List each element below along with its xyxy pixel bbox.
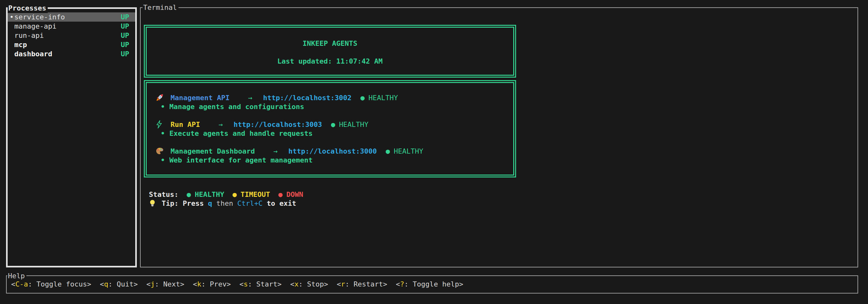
- shortcut-key: j: [151, 280, 155, 288]
- shortcut-label: Restart: [345, 280, 383, 288]
- help-panel-title: Help: [7, 271, 26, 281]
- arrow-icon: →: [248, 94, 252, 102]
- banner-heading: INKEEP AGENTS: [147, 39, 513, 48]
- shortcut-label: Next: [155, 280, 180, 288]
- service-run-api: Run API→http://localhost:3003●HEALTHY •E…: [147, 120, 513, 138]
- process-status-badge: UP: [121, 12, 129, 22]
- tip-key-q: q: [208, 199, 212, 207]
- process-row-mcp[interactable]: mcp UP: [8, 40, 135, 49]
- shortcut-key: k: [197, 280, 201, 288]
- legend-timeout-label: TIMEOUT: [241, 191, 270, 198]
- process-status-badge: UP: [121, 49, 129, 59]
- shortcut-label: Stop: [299, 280, 323, 288]
- process-status-badge: UP: [121, 40, 129, 49]
- process-name: run-api: [14, 31, 121, 40]
- status-legend: Status:●HEALTHY●TIMEOUT●DOWN: [149, 190, 858, 199]
- process-row-run-api[interactable]: run-api UP: [8, 31, 135, 40]
- process-name: mcp: [14, 40, 121, 49]
- arrow-icon: →: [273, 147, 277, 155]
- process-name: manage-api: [14, 22, 121, 31]
- tip-middle: then: [216, 199, 233, 207]
- legend-healthy-label: HEALTHY: [195, 191, 224, 198]
- shortcut-label: Prev: [202, 280, 226, 288]
- service-management-api: Management API→http://localhost:3002●HEA…: [147, 94, 513, 111]
- service-description: Web interface for agent management: [169, 156, 312, 164]
- service-name: Run API: [170, 121, 200, 129]
- service-description: Manage agents and configurations: [169, 103, 304, 111]
- processes-panel-title: Processes: [8, 3, 48, 13]
- shortcut-restart[interactable]: rRestart: [337, 280, 387, 288]
- shortcut-label: Toggle help: [404, 280, 459, 288]
- process-row-manage-api[interactable]: manage-api UP: [8, 22, 135, 31]
- selected-indicator: [9, 40, 14, 49]
- last-updated-text: Last updated: 11:07:42 AM: [147, 57, 513, 66]
- shortcut-next[interactable]: jNext: [146, 280, 184, 288]
- shortcut-key: x: [294, 280, 299, 288]
- status-legend-label: Status:: [149, 191, 179, 198]
- selected-indicator: [9, 31, 14, 40]
- shortcut-toggle-help[interactable]: ?Toggle help: [396, 280, 463, 288]
- tip-suffix: to exit: [267, 199, 296, 207]
- process-status-badge: UP: [121, 31, 129, 40]
- process-row-dashboard[interactable]: dashboard UP: [8, 49, 135, 59]
- terminal-panel: Terminal INKEEP AGENTS Last updated: 11:…: [140, 7, 858, 267]
- arrow-icon: →: [219, 121, 223, 129]
- shortcut-toggle-focus[interactable]: C-aToggle focus: [11, 280, 91, 288]
- services-box: Management API→http://localhost:3002●HEA…: [144, 80, 516, 177]
- service-management-dashboard: Management Dashboard→http://localhost:30…: [147, 147, 513, 165]
- health-status: HEALTHY: [368, 94, 398, 102]
- tip-line: Tip: PressqthenCtrl+Cto exit: [149, 199, 858, 209]
- service-url[interactable]: http://localhost:3003: [234, 121, 322, 129]
- shortcut-quit[interactable]: qQuit: [100, 280, 138, 288]
- shortcut-label: Start: [248, 280, 277, 288]
- timeout-dot-icon: ●: [232, 191, 237, 198]
- process-list: • service-info UP manage-api UP run-api …: [8, 12, 135, 59]
- bullet-icon: •: [161, 129, 165, 137]
- healthy-dot-icon: ●: [187, 191, 191, 198]
- service-description: Execute agents and handle requests: [169, 129, 312, 137]
- service-name: Management Dashboard: [170, 147, 255, 155]
- help-shortcuts: C-aToggle focusqQuitjNextkPrevsStartxSto…: [7, 276, 858, 289]
- service-name: Management API: [170, 94, 229, 102]
- tip-prefix: Tip: Press: [162, 199, 204, 207]
- shortcut-key: q: [104, 280, 108, 288]
- shortcut-start[interactable]: sStart: [239, 280, 281, 288]
- banner-box: INKEEP AGENTS Last updated: 11:07:42 AM: [144, 25, 516, 77]
- help-panel: Help C-aToggle focusqQuitjNextkPrevsStar…: [6, 275, 858, 294]
- legend-timeout: ●TIMEOUT: [232, 191, 270, 198]
- health-dot-icon: ●: [385, 147, 390, 155]
- shortcut-label: Quit: [108, 280, 133, 288]
- selected-indicator: •: [9, 12, 14, 22]
- health-status: HEALTHY: [394, 147, 424, 155]
- process-name: dashboard: [14, 49, 121, 59]
- shortcut-stop[interactable]: xStop: [290, 280, 328, 288]
- shortcut-key: C-a: [15, 280, 28, 288]
- processes-panel: Processes • service-info UP manage-api U…: [6, 7, 137, 267]
- health-dot-icon: ●: [331, 121, 335, 129]
- selected-indicator: [9, 22, 14, 31]
- bullet-icon: •: [161, 156, 165, 164]
- health-dot-icon: ●: [361, 94, 365, 102]
- bulb-icon: [149, 199, 162, 209]
- process-name: service-info: [14, 12, 121, 22]
- service-url[interactable]: http://localhost:3002: [263, 94, 351, 102]
- selected-indicator: [9, 49, 14, 59]
- down-dot-icon: ●: [278, 191, 283, 198]
- legend-down-label: DOWN: [286, 191, 303, 198]
- tip-key-ctrl-c: Ctrl+C: [237, 199, 262, 207]
- legend-healthy: ●HEALTHY: [187, 191, 224, 198]
- bullet-icon: •: [161, 103, 165, 111]
- process-row-service-info[interactable]: • service-info UP: [8, 12, 135, 22]
- shortcut-key: r: [341, 280, 345, 288]
- shortcut-prev[interactable]: kPrev: [193, 280, 231, 288]
- process-status-badge: UP: [121, 22, 129, 31]
- legend-down: ●DOWN: [278, 191, 303, 198]
- health-status: HEALTHY: [339, 121, 368, 129]
- service-url[interactable]: http://localhost:3000: [288, 147, 377, 155]
- shortcut-label: Toggle focus: [28, 280, 87, 288]
- shortcut-key: s: [244, 280, 248, 288]
- shortcut-key: ?: [400, 280, 404, 288]
- terminal-panel-title: Terminal: [143, 3, 179, 12]
